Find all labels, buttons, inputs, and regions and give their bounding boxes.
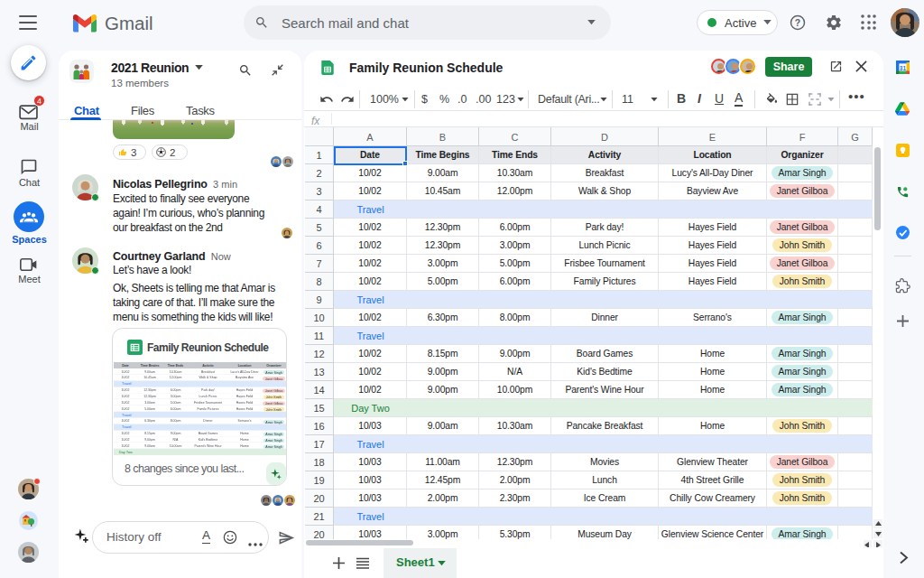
- svg-text:31: 31: [900, 65, 907, 71]
- svg-text:?: ?: [795, 18, 800, 28]
